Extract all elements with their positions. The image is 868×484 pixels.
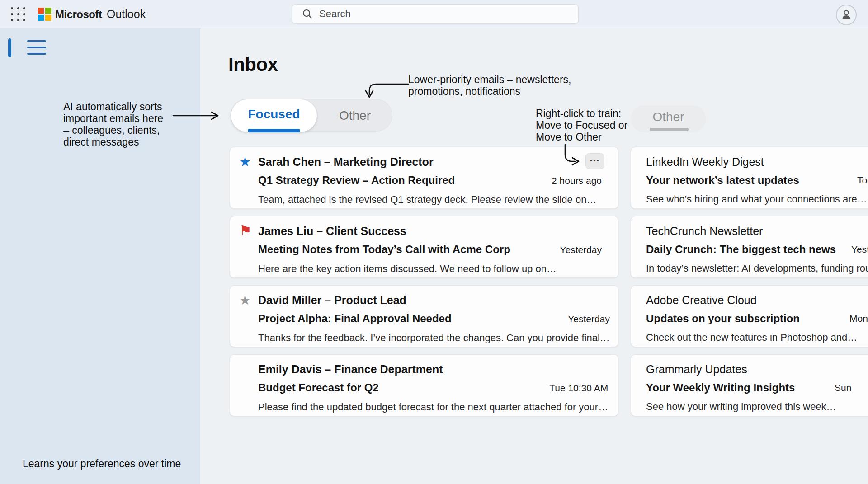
annotation-right-click-train: Right-click to train: Move to Focused or… [536, 108, 627, 143]
timestamp: Yesterday [851, 240, 868, 259]
topbar-divider [99, 6, 99, 20]
tab-other-column[interactable]: Other [631, 105, 706, 132]
outlook-window: Microsoft Outlook AI automatically sorts… [0, 0, 868, 484]
other-tab-underline [650, 128, 689, 131]
focused-tab-underline [248, 129, 300, 132]
search-icon [302, 9, 313, 19]
search-bar[interactable] [292, 4, 579, 24]
hamburger-menu-icon[interactable] [27, 40, 46, 55]
focused-email-list: Sarah Chen – Marketing Director Q1 Strat… [230, 147, 618, 416]
timestamp: Sun [835, 378, 851, 397]
star-icon[interactable] [239, 153, 258, 209]
email-card-emily-davis[interactable]: Emily Davis – Finance Department Budget … [230, 354, 618, 416]
email-card-adobe[interactable]: Adobe Creative Cloud Updates on your sub… [631, 285, 868, 347]
sidebar-accent-bar [8, 38, 11, 57]
timestamp: Tue 10:30 AM [549, 379, 608, 398]
tab-other[interactable]: Other [317, 99, 393, 132]
profile-button[interactable] [836, 5, 857, 25]
timestamp: Yesterday [568, 310, 610, 329]
star-icon[interactable] [239, 291, 258, 347]
timestamp: Yesterday [560, 240, 602, 259]
email-card-grammarly[interactable]: Grammarly Updates Your Weekly Writing In… [631, 354, 868, 416]
email-card-linkedin[interactable]: LinkedIn Weekly Digest Your network’s la… [631, 147, 868, 209]
email-card-techcrunch[interactable]: TechCrunch Newsletter Daily Crunch: The … [631, 216, 868, 278]
email-card-david-miller[interactable]: David Miller – Product Lead Project Alph… [230, 285, 618, 347]
page-title: Inbox [228, 54, 278, 75]
email-card-sarah-chen[interactable]: Sarah Chen – Marketing Director Q1 Strat… [230, 147, 618, 209]
timestamp: Today [857, 171, 868, 190]
timestamp: Mon [849, 309, 868, 328]
left-sidebar: AI automatically sorts important emails … [0, 28, 200, 484]
ellipsis-icon: ••• [590, 157, 600, 164]
timestamp: 2 hours ago [552, 171, 602, 190]
app-name: Outlook [107, 8, 146, 21]
annotation-other-tab: Lower-priority emails – newsletters, pro… [408, 74, 571, 97]
email-card-james-liu[interactable]: James Liu – Client Success Meeting Notes… [230, 216, 618, 278]
other-email-list: LinkedIn Weekly Digest Your network’s la… [631, 147, 868, 416]
arrow-to-other-tab [369, 84, 408, 94]
app-launcher-icon[interactable] [11, 7, 26, 22]
search-input[interactable] [319, 8, 563, 20]
annotation-learns-preferences: Learns your preferences over time [23, 458, 181, 470]
tab-focused[interactable]: Focused [231, 99, 317, 132]
person-icon [840, 9, 853, 21]
brand-text: Microsoft [55, 8, 102, 21]
flag-icon[interactable] [239, 222, 258, 278]
microsoft-logo-icon [38, 8, 51, 21]
no-icon [239, 360, 258, 416]
annotation-focused: AI automatically sorts important emails … [63, 101, 163, 148]
more-options-button[interactable]: ••• [585, 153, 604, 169]
focused-other-tab-group: Focused Other [231, 99, 392, 132]
top-bar: Microsoft Outlook [0, 0, 868, 28]
